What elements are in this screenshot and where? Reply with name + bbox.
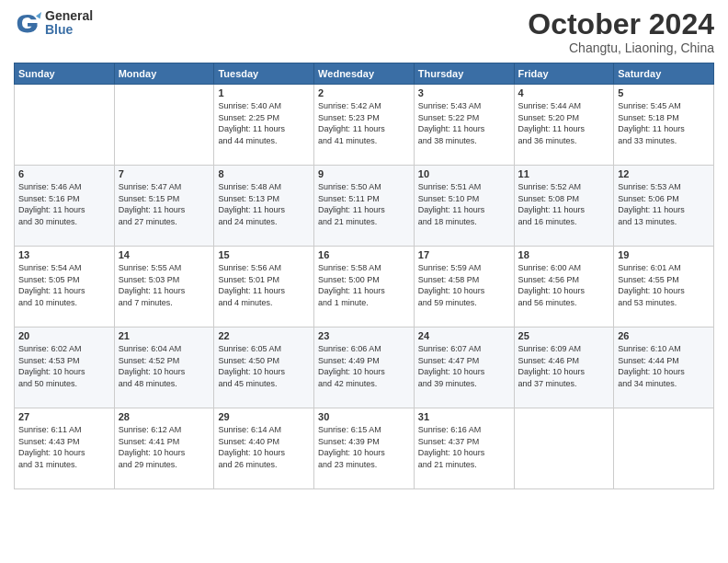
day-info: Sunrise: 5:54 AM Sunset: 5:05 PM Dayligh… (18, 262, 110, 308)
calendar-cell: 17Sunrise: 5:59 AM Sunset: 4:58 PM Dayli… (414, 247, 514, 327)
day-number: 6 (18, 168, 110, 179)
calendar-page: General Blue October 2024 Changtu, Liaon… (0, 0, 728, 563)
calendar-week-1: 1Sunrise: 5:40 AM Sunset: 2:25 PM Daylig… (15, 85, 714, 166)
title-section: October 2024 Changtu, Liaoning, China (528, 9, 714, 55)
calendar-cell: 15Sunrise: 5:56 AM Sunset: 5:01 PM Dayli… (214, 247, 314, 327)
day-info: Sunrise: 6:15 AM Sunset: 4:39 PM Dayligh… (318, 424, 410, 470)
month-title: October 2024 (528, 9, 714, 39)
calendar-cell: 28Sunrise: 6:12 AM Sunset: 4:41 PM Dayli… (114, 408, 214, 489)
weekday-header-wednesday: Wednesday (314, 63, 415, 85)
calendar-cell: 3Sunrise: 5:43 AM Sunset: 5:22 PM Daylig… (414, 85, 514, 166)
calendar-cell: 8Sunrise: 5:48 AM Sunset: 5:13 PM Daylig… (214, 166, 314, 247)
weekday-header-tuesday: Tuesday (214, 63, 314, 85)
day-number: 15 (218, 249, 310, 260)
day-info: Sunrise: 5:53 AM Sunset: 5:06 PM Dayligh… (618, 181, 710, 227)
location: Changtu, Liaoning, China (528, 40, 714, 55)
calendar-cell (514, 408, 614, 489)
day-info: Sunrise: 5:58 AM Sunset: 5:00 PM Dayligh… (318, 262, 410, 308)
calendar-cell: 22Sunrise: 6:05 AM Sunset: 4:50 PM Dayli… (214, 327, 314, 408)
day-number: 12 (618, 168, 710, 179)
logo: General Blue (14, 9, 93, 38)
calendar-week-3: 13Sunrise: 5:54 AM Sunset: 5:05 PM Dayli… (15, 247, 714, 327)
day-info: Sunrise: 6:12 AM Sunset: 4:41 PM Dayligh… (119, 424, 210, 470)
weekday-header-monday: Monday (114, 63, 214, 85)
calendar-cell: 12Sunrise: 5:53 AM Sunset: 5:06 PM Dayli… (614, 166, 714, 247)
day-number: 10 (418, 168, 510, 179)
day-number: 18 (518, 249, 610, 260)
day-number: 17 (418, 249, 510, 260)
calendar-cell: 6Sunrise: 5:46 AM Sunset: 5:16 PM Daylig… (15, 166, 115, 247)
day-info: Sunrise: 6:14 AM Sunset: 4:40 PM Dayligh… (218, 424, 310, 470)
weekday-header-saturday: Saturday (614, 63, 714, 85)
logo-icon (14, 9, 41, 37)
day-info: Sunrise: 5:52 AM Sunset: 5:08 PM Dayligh… (518, 181, 610, 227)
calendar-cell: 20Sunrise: 6:02 AM Sunset: 4:53 PM Dayli… (15, 327, 115, 408)
calendar-cell: 4Sunrise: 5:44 AM Sunset: 5:20 PM Daylig… (514, 85, 614, 166)
day-info: Sunrise: 6:16 AM Sunset: 4:37 PM Dayligh… (418, 424, 510, 470)
day-number: 4 (518, 87, 610, 98)
calendar-cell: 18Sunrise: 6:00 AM Sunset: 4:56 PM Dayli… (514, 247, 614, 327)
day-info: Sunrise: 6:07 AM Sunset: 4:47 PM Dayligh… (418, 343, 510, 389)
day-number: 24 (418, 330, 510, 341)
day-number: 27 (18, 411, 110, 422)
day-number: 29 (218, 411, 310, 422)
calendar-cell: 13Sunrise: 5:54 AM Sunset: 5:05 PM Dayli… (15, 247, 115, 327)
day-info: Sunrise: 6:10 AM Sunset: 4:44 PM Dayligh… (618, 343, 710, 389)
day-number: 8 (218, 168, 310, 179)
day-info: Sunrise: 5:43 AM Sunset: 5:22 PM Dayligh… (418, 100, 510, 146)
day-info: Sunrise: 5:50 AM Sunset: 5:11 PM Dayligh… (318, 181, 410, 227)
day-info: Sunrise: 5:40 AM Sunset: 2:25 PM Dayligh… (218, 100, 310, 146)
calendar-cell: 1Sunrise: 5:40 AM Sunset: 2:25 PM Daylig… (214, 85, 314, 166)
day-info: Sunrise: 5:45 AM Sunset: 5:18 PM Dayligh… (618, 100, 710, 146)
day-info: Sunrise: 6:02 AM Sunset: 4:53 PM Dayligh… (18, 343, 110, 389)
day-number: 9 (318, 168, 410, 179)
day-number: 25 (518, 330, 610, 341)
logo-text: General Blue (45, 9, 93, 38)
day-info: Sunrise: 6:05 AM Sunset: 4:50 PM Dayligh… (218, 343, 310, 389)
day-info: Sunrise: 5:44 AM Sunset: 5:20 PM Dayligh… (518, 100, 610, 146)
calendar-cell: 30Sunrise: 6:15 AM Sunset: 4:39 PM Dayli… (314, 408, 415, 489)
day-number: 11 (518, 168, 610, 179)
calendar-cell (15, 85, 115, 166)
calendar-cell (114, 85, 214, 166)
day-info: Sunrise: 5:47 AM Sunset: 5:15 PM Dayligh… (119, 181, 210, 227)
calendar-week-5: 27Sunrise: 6:11 AM Sunset: 4:43 PM Dayli… (15, 408, 714, 489)
weekday-header-thursday: Thursday (414, 63, 514, 85)
day-info: Sunrise: 5:55 AM Sunset: 5:03 PM Dayligh… (119, 262, 210, 308)
calendar-cell: 2Sunrise: 5:42 AM Sunset: 5:23 PM Daylig… (314, 85, 415, 166)
day-number: 3 (418, 87, 510, 98)
day-info: Sunrise: 6:06 AM Sunset: 4:49 PM Dayligh… (318, 343, 410, 389)
header: General Blue October 2024 Changtu, Liaon… (14, 9, 714, 55)
calendar-cell: 24Sunrise: 6:07 AM Sunset: 4:47 PM Dayli… (414, 327, 514, 408)
calendar-cell: 23Sunrise: 6:06 AM Sunset: 4:49 PM Dayli… (314, 327, 415, 408)
day-info: Sunrise: 6:09 AM Sunset: 4:46 PM Dayligh… (518, 343, 610, 389)
day-number: 26 (618, 330, 710, 341)
day-number: 13 (18, 249, 110, 260)
day-info: Sunrise: 6:04 AM Sunset: 4:52 PM Dayligh… (119, 343, 210, 389)
day-number: 21 (119, 330, 210, 341)
calendar-cell: 14Sunrise: 5:55 AM Sunset: 5:03 PM Dayli… (114, 247, 214, 327)
weekday-header-sunday: Sunday (15, 63, 115, 85)
day-number: 28 (119, 411, 210, 422)
day-number: 5 (618, 87, 710, 98)
calendar-cell: 29Sunrise: 6:14 AM Sunset: 4:40 PM Dayli… (214, 408, 314, 489)
day-number: 19 (618, 249, 710, 260)
logo-blue-text: Blue (45, 23, 93, 37)
day-number: 22 (218, 330, 310, 341)
calendar-cell: 9Sunrise: 5:50 AM Sunset: 5:11 PM Daylig… (314, 166, 415, 247)
calendar-cell: 26Sunrise: 6:10 AM Sunset: 4:44 PM Dayli… (614, 327, 714, 408)
calendar-cell: 7Sunrise: 5:47 AM Sunset: 5:15 PM Daylig… (114, 166, 214, 247)
calendar-body: 1Sunrise: 5:40 AM Sunset: 2:25 PM Daylig… (15, 85, 714, 489)
day-info: Sunrise: 6:11 AM Sunset: 4:43 PM Dayligh… (18, 424, 110, 470)
weekday-header-friday: Friday (514, 63, 614, 85)
calendar-cell: 31Sunrise: 6:16 AM Sunset: 4:37 PM Dayli… (414, 408, 514, 489)
calendar-header: SundayMondayTuesdayWednesdayThursdayFrid… (15, 63, 714, 85)
day-number: 20 (18, 330, 110, 341)
day-number: 14 (119, 249, 210, 260)
logo-general-text: General (45, 9, 93, 23)
calendar-week-2: 6Sunrise: 5:46 AM Sunset: 5:16 PM Daylig… (15, 166, 714, 247)
day-number: 31 (418, 411, 510, 422)
day-number: 16 (318, 249, 410, 260)
day-info: Sunrise: 5:51 AM Sunset: 5:10 PM Dayligh… (418, 181, 510, 227)
day-number: 2 (318, 87, 410, 98)
